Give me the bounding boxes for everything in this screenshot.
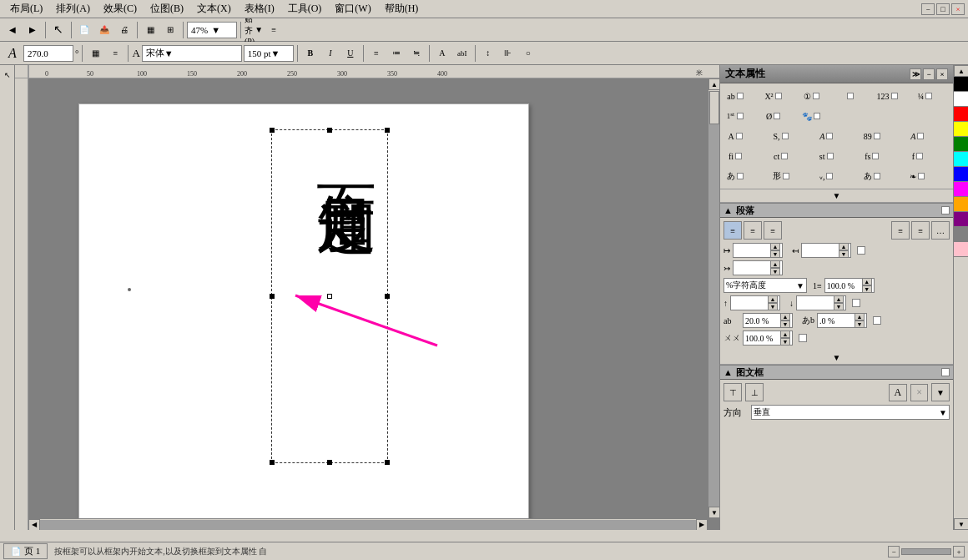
align-button[interactable]: ≡ [367,44,386,63]
char-icon-swash2[interactable]: A [905,127,929,145]
before-para-spinner[interactable]: ▲ ▼ [768,295,778,310]
frame-section-checkbox[interactable] [941,368,950,376]
options-button[interactable]: ≡ [265,21,283,39]
align-justify-button[interactable]: ≡ [891,221,910,240]
font-size-select[interactable]: 150 pt ▼ [244,45,294,62]
align-left-button[interactable]: ≡ [723,221,742,240]
tool-pick[interactable]: ↖ [1,68,14,82]
right-indent-spinner[interactable]: ▲ ▼ [839,243,849,258]
first-line-input[interactable]: ▲ ▼ [733,260,783,275]
first-line-down[interactable]: ▼ [770,268,780,275]
handle-top-left[interactable] [270,128,275,133]
snap-button[interactable]: 贴齐(P) ▼ [245,21,263,39]
word-spacing-down[interactable]: ▼ [855,320,865,328]
char-icon-superscript[interactable]: X² [762,87,785,105]
expand-para-button[interactable]: ▼ [720,351,953,365]
redo-button[interactable]: ▶ [23,21,42,39]
menubar-item-effects[interactable]: 效果(C) [97,0,144,18]
before-para-down[interactable]: ▼ [768,303,778,310]
scroll-left-button[interactable]: ◀ [28,519,40,531]
zoom-in-button[interactable]: + [953,546,965,557]
after-para-up[interactable]: ▲ [834,295,844,303]
color-gray[interactable] [954,227,968,242]
zoom-out-button[interactable]: − [888,546,900,557]
char-icon-ornament[interactable]: ❧ [905,167,929,185]
underline-button[interactable]: U [341,44,360,63]
frame-section-header[interactable]: ▲ 图文框 [720,365,953,380]
color-scroll-down[interactable]: ▼ [954,518,968,530]
scroll-thumb[interactable] [709,91,719,124]
window-maximize-button[interactable]: □ [936,3,950,15]
text-tool-button[interactable]: A [3,44,22,63]
font-name-select[interactable]: 宋体 ▼ [142,45,242,62]
right-indent-down[interactable]: ▼ [839,250,849,258]
char-icon-kana2[interactable]: あ [860,167,884,185]
char-icon-123[interactable]: 123 [875,87,899,105]
char-icon-ordinal2[interactable]: 1ˢᵗ [723,107,747,125]
scroll-down-button[interactable]: ▼ [708,507,719,518]
undo-button[interactable]: ◀ [3,21,22,39]
char-icon-f[interactable]: f [905,147,929,165]
status-zoom-slider[interactable] [901,548,951,555]
align-force-justify-button[interactable]: ≡ [911,221,930,240]
line-spacing-up[interactable]: ▲ [862,278,872,285]
char-icon-small-caps[interactable]: A [723,127,747,145]
panel-minimize-button[interactable]: − [923,68,935,80]
char-icon-kana[interactable]: あ [723,167,747,185]
color-yellow[interactable] [954,122,968,137]
text-direction-button[interactable]: ↕ [479,44,497,63]
left-indent-input[interactable]: ▲ ▼ [733,243,783,258]
before-para-up[interactable]: ▲ [768,295,778,303]
handle-middle-left[interactable] [270,294,275,299]
lang-spacing-input[interactable]: 100.0 % ▲ ▼ [743,330,793,346]
char-icon-empty1[interactable] [838,87,861,105]
char-icon-ab[interactable]: ab [723,87,747,105]
paragraph-section-header[interactable]: ▲ 段落 [720,203,953,218]
right-indent-input[interactable]: ▲ ▼ [801,243,851,258]
view-option-button[interactable]: ⊞ [161,21,179,39]
char-icon-fs[interactable]: fs [860,147,884,165]
menubar-item-window[interactable]: 窗口(W) [328,0,377,18]
char-icon-styleset[interactable]: S, [769,127,793,145]
frame-align-top[interactable]: ⊤ [723,383,742,401]
char-style-button[interactable]: ▦ [86,44,104,63]
first-line-spinner[interactable]: ▲ ▼ [770,260,780,275]
right-indent-up[interactable]: ▲ [839,243,849,250]
color-pink[interactable] [954,242,968,257]
handle-bottom-left[interactable] [270,460,275,465]
char-icon-swash[interactable]: 🐾 [799,107,823,125]
abc-button[interactable]: abI [453,44,471,63]
char-spacing-checkbox[interactable] [873,316,881,325]
color-orange[interactable] [954,197,968,212]
horizontal-scrollbar[interactable]: ◀ ▶ [28,518,708,530]
bullets-button[interactable]: ≔ [387,44,406,63]
select-tool-button[interactable]: ↖ [49,21,68,39]
lang-spacing-down[interactable]: ▼ [780,338,790,346]
menubar-item-layout[interactable]: 布局(L) [3,0,49,18]
handle-top-center[interactable] [327,128,332,133]
color-magenta[interactable] [954,182,968,197]
color-scroll-up[interactable]: ▲ [954,65,968,77]
char-spacing-spinner[interactable]: ▲ ▼ [780,313,790,328]
char-spacing-input[interactable]: 20.0 % ▲ ▼ [743,313,793,328]
after-para-spinner[interactable]: ▲ ▼ [834,295,844,310]
handle-bottom-center[interactable] [327,460,332,465]
color-black[interactable] [954,77,968,92]
expand-char-button[interactable]: ▼ [720,189,953,203]
import-button[interactable]: 📄 [75,21,93,39]
align-more-button[interactable]: … [931,221,950,240]
panel-close-button[interactable]: × [936,68,948,80]
after-para-input[interactable]: ▲ ▼ [796,295,846,310]
numbering-button[interactable]: ≒ [407,44,426,63]
line-spacing-spinner[interactable]: ▲ ▼ [862,278,872,293]
before-para-input[interactable]: ▲ ▼ [730,295,780,310]
first-line-up[interactable]: ▲ [770,260,780,268]
text-frame[interactable]: 百度知道 [271,129,388,463]
frame-icon-x[interactable]: × [910,384,928,401]
left-indent-spinner[interactable]: ▲ ▼ [770,243,780,258]
word-spacing-input[interactable]: .0 % ▲ ▼ [817,313,867,328]
scroll-right-button[interactable]: ▶ [696,519,708,531]
window-close-button[interactable]: × [951,3,965,15]
window-minimize-button[interactable]: − [921,3,935,15]
word-spacing-spinner[interactable]: ▲ ▼ [855,313,865,328]
